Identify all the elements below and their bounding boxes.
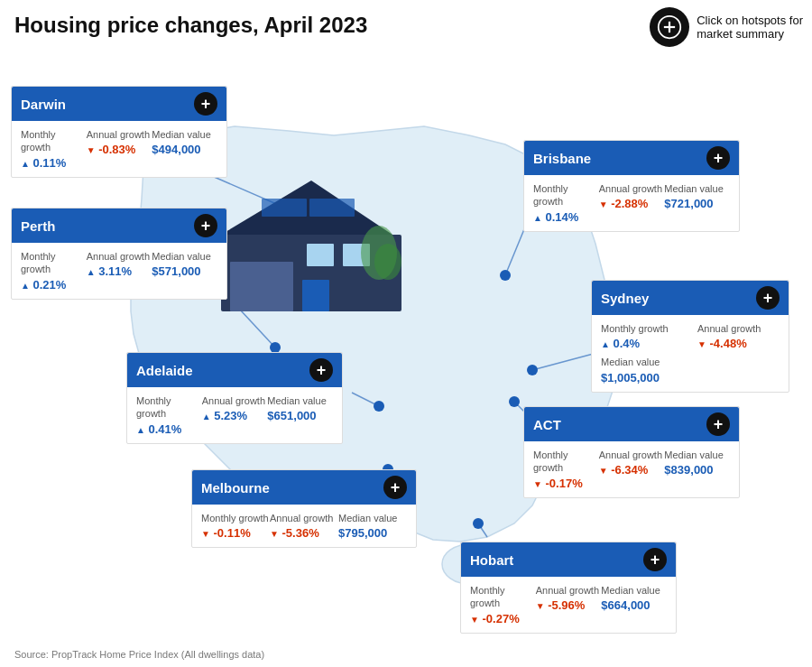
svg-rect-23 bbox=[307, 244, 334, 266]
darwin-header: Darwin + bbox=[12, 87, 226, 121]
brisbane-card: Brisbane + Monthly growth ▲ 0.14% Annual… bbox=[523, 140, 740, 232]
adelaide-monthly: Monthly growth ▲ 0.41% bbox=[136, 394, 202, 436]
hobart-body: Monthly growth ▼ -0.27% Annual growth ▼ … bbox=[461, 577, 676, 633]
perth-median: Median value $571,000 bbox=[152, 250, 217, 292]
act-body: Monthly growth ▼ -0.17% Annual growth ▼ … bbox=[524, 441, 739, 497]
svg-point-18 bbox=[509, 396, 520, 407]
melbourne-annual: Annual growth ▼ -5.36% bbox=[270, 512, 338, 540]
brisbane-body: Monthly growth ▲ 0.14% Annual growth ▼ -… bbox=[524, 175, 739, 231]
darwin-name: Darwin bbox=[21, 97, 66, 112]
svg-point-29 bbox=[374, 244, 401, 280]
act-annual: Annual growth ▼ -6.34% bbox=[599, 449, 665, 490]
adelaide-median: Median value $651,000 bbox=[267, 394, 333, 436]
adelaide-header: Adelaide + bbox=[127, 353, 342, 387]
svg-rect-27 bbox=[309, 199, 355, 217]
melbourne-name: Melbourne bbox=[201, 480, 270, 496]
adelaide-body: Monthly growth ▲ 0.41% Annual growth ▲ 5… bbox=[127, 387, 342, 443]
darwin-median: Median value $494,000 bbox=[152, 128, 217, 170]
melbourne-header: Melbourne + bbox=[192, 470, 416, 505]
hobart-monthly: Monthly growth ▼ -0.27% bbox=[470, 584, 536, 625]
perth-annual: Annual growth ▲ 3.11% bbox=[87, 250, 152, 292]
adelaide-name: Adelaide bbox=[136, 363, 193, 378]
brisbane-plus-button[interactable]: + bbox=[706, 146, 730, 170]
perth-header: Perth + bbox=[12, 208, 226, 243]
hobart-card: Hobart + Monthly growth ▼ -0.27% Annual … bbox=[460, 542, 677, 634]
svg-rect-22 bbox=[230, 262, 293, 311]
source-text: Source: PropTrack Home Price Index (All … bbox=[14, 649, 264, 660]
hobart-median: Median value $664,000 bbox=[601, 584, 667, 625]
svg-point-14 bbox=[374, 401, 384, 412]
act-name: ACT bbox=[533, 417, 561, 432]
act-card: ACT + Monthly growth ▼ -0.17% Annual gro… bbox=[523, 406, 740, 498]
svg-point-16 bbox=[500, 270, 511, 281]
sydney-median: Median value $1,005,000 bbox=[601, 356, 780, 384]
darwin-plus-button[interactable]: + bbox=[194, 92, 217, 116]
darwin-annual: Annual growth ▼ -0.83% bbox=[87, 128, 152, 170]
brisbane-median: Median value $721,000 bbox=[664, 182, 730, 224]
melbourne-median: Median value $795,000 bbox=[338, 512, 407, 540]
darwin-monthly: Monthly growth ▲ 0.11% bbox=[21, 128, 87, 170]
svg-point-19 bbox=[473, 518, 484, 529]
hotspot-icon bbox=[650, 7, 689, 47]
hotspot-hint-text: Click on hotspots for market summary bbox=[697, 14, 803, 41]
adelaide-card: Adelaide + Monthly growth ▲ 0.41% Annual… bbox=[126, 352, 343, 444]
sydney-monthly: Monthly growth ▲ 0.4% bbox=[601, 322, 683, 350]
darwin-body: Monthly growth ▲ 0.11% Annual growth ▼ -… bbox=[12, 121, 226, 177]
brisbane-monthly: Monthly growth ▲ 0.14% bbox=[533, 182, 599, 224]
sydney-body: Monthly growth ▲ 0.4% Annual growth ▼ -4… bbox=[592, 315, 789, 392]
melbourne-card: Melbourne + Monthly growth ▼ -0.11% Annu… bbox=[191, 469, 417, 548]
perth-monthly: Monthly growth ▲ 0.21% bbox=[21, 250, 87, 292]
hobart-annual: Annual growth ▼ -5.96% bbox=[536, 584, 602, 625]
darwin-card: Darwin + Monthly growth ▲ 0.11% Annual g… bbox=[11, 86, 227, 178]
svg-rect-25 bbox=[302, 280, 329, 311]
hobart-plus-button[interactable]: + bbox=[643, 548, 667, 571]
brisbane-name: Brisbane bbox=[533, 151, 591, 166]
brisbane-header: Brisbane + bbox=[524, 141, 739, 175]
adelaide-plus-button[interactable]: + bbox=[309, 358, 333, 382]
melbourne-body: Monthly growth ▼ -0.11% Annual growth ▼ … bbox=[192, 505, 416, 547]
brisbane-annual: Annual growth ▼ -2.88% bbox=[599, 182, 665, 224]
melbourne-plus-button[interactable]: + bbox=[383, 476, 407, 499]
perth-plus-button[interactable]: + bbox=[194, 214, 217, 237]
adelaide-annual: Annual growth ▲ 5.23% bbox=[202, 394, 268, 436]
hobart-header: Hobart + bbox=[461, 542, 676, 577]
melbourne-monthly: Monthly growth ▼ -0.11% bbox=[201, 512, 270, 540]
sydney-card: Sydney + Monthly growth ▲ 0.4% Annual gr… bbox=[591, 280, 789, 393]
svg-rect-26 bbox=[262, 199, 307, 217]
hobart-name: Hobart bbox=[470, 552, 513, 568]
act-header: ACT + bbox=[524, 407, 739, 441]
sydney-header: Sydney + bbox=[592, 281, 789, 315]
sydney-annual: Annual growth ▼ -4.48% bbox=[697, 322, 780, 350]
svg-point-17 bbox=[527, 365, 538, 375]
perth-body: Monthly growth ▲ 0.21% Annual growth ▲ 3… bbox=[12, 243, 226, 299]
perth-name: Perth bbox=[21, 218, 55, 234]
hotspot-hint: Click on hotspots for market summary bbox=[650, 7, 803, 47]
sydney-plus-button[interactable]: + bbox=[756, 286, 780, 310]
act-plus-button[interactable]: + bbox=[706, 412, 730, 436]
act-median: Median value $839,000 bbox=[664, 449, 730, 490]
act-monthly: Monthly growth ▼ -0.17% bbox=[533, 449, 599, 490]
sydney-name: Sydney bbox=[601, 291, 649, 306]
perth-card: Perth + Monthly growth ▲ 0.21% Annual gr… bbox=[11, 208, 227, 300]
